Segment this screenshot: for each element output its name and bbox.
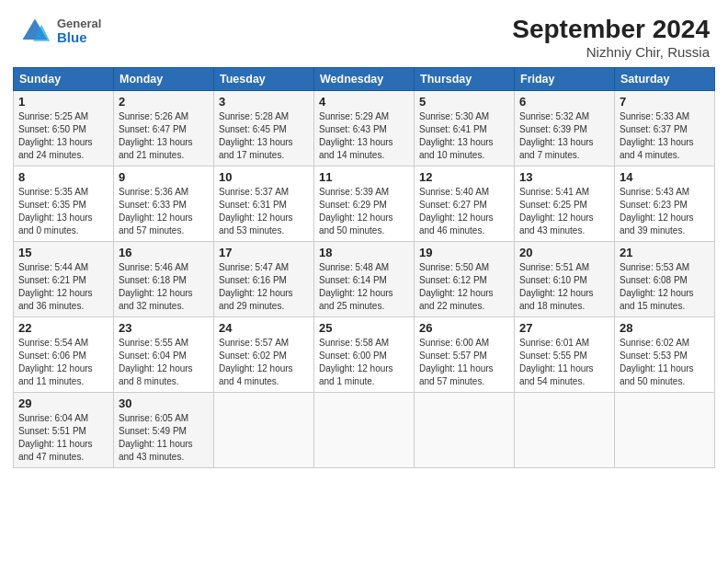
calendar-cell: 18 Sunrise: 5:48 AMSunset: 6:14 PMDaylig… [314,242,415,317]
day-info: Sunrise: 5:44 AMSunset: 6:21 PMDaylight:… [18,262,93,311]
day-info: Sunrise: 6:05 AMSunset: 5:49 PMDaylight:… [119,413,193,462]
calendar-cell: 13 Sunrise: 5:41 AMSunset: 6:25 PMDaylig… [515,167,615,242]
calendar-cell [214,393,314,468]
calendar-cell: 17 Sunrise: 5:47 AMSunset: 6:16 PMDaylig… [214,242,314,317]
day-number: 27 [519,321,609,335]
day-number: 4 [319,95,409,109]
day-number: 22 [18,321,108,335]
calendar-cell: 14 Sunrise: 5:43 AMSunset: 6:23 PMDaylig… [615,167,715,242]
day-info: Sunrise: 5:29 AMSunset: 6:43 PMDaylight:… [319,111,393,160]
calendar-cell [314,393,415,468]
calendar-cell: 11 Sunrise: 5:39 AMSunset: 6:29 PMDaylig… [314,167,415,242]
calendar-title: September 2024 [512,15,710,44]
calendar-cell: 6 Sunrise: 5:32 AMSunset: 6:39 PMDayligh… [515,91,615,167]
calendar-cell: 21 Sunrise: 5:53 AMSunset: 6:08 PMDaylig… [615,242,715,317]
day-number: 23 [119,321,209,335]
day-number: 11 [319,170,409,184]
calendar-cell: 3 Sunrise: 5:28 AMSunset: 6:45 PMDayligh… [214,91,314,167]
day-number: 29 [18,396,108,410]
day-info: Sunrise: 5:51 AMSunset: 6:10 PMDaylight:… [519,262,594,311]
day-info: Sunrise: 5:57 AMSunset: 6:02 PMDaylight:… [219,338,293,386]
day-number: 2 [119,95,209,109]
day-number: 12 [419,170,509,184]
day-number: 3 [219,95,309,109]
calendar-cell: 15 Sunrise: 5:44 AMSunset: 6:21 PMDaylig… [14,242,114,317]
calendar-cell: 12 Sunrise: 5:40 AMSunset: 6:27 PMDaylig… [415,167,515,242]
calendar-cell: 16 Sunrise: 5:46 AMSunset: 6:18 PMDaylig… [114,242,214,317]
day-info: Sunrise: 6:00 AMSunset: 5:57 PMDaylight:… [419,338,494,386]
calendar-cell: 26 Sunrise: 6:00 AMSunset: 5:57 PMDaylig… [415,317,515,393]
weekday-header-friday: Friday [515,68,615,91]
day-number: 17 [219,246,309,259]
day-number: 24 [219,321,309,335]
day-info: Sunrise: 5:40 AMSunset: 6:27 PMDaylight:… [419,187,494,236]
day-info: Sunrise: 6:04 AMSunset: 5:51 PMDaylight:… [18,413,93,462]
header: General Blue September 2024 Nizhniy Chir… [0,0,728,67]
day-info: Sunrise: 6:02 AMSunset: 5:53 PMDaylight:… [620,338,694,386]
day-info: Sunrise: 5:37 AMSunset: 6:31 PMDaylight:… [219,187,293,236]
day-number: 14 [620,170,710,184]
page: General Blue September 2024 Nizhniy Chir… [0,0,728,563]
calendar-cell: 4 Sunrise: 5:29 AMSunset: 6:43 PMDayligh… [314,91,415,167]
calendar-cell: 8 Sunrise: 5:35 AMSunset: 6:35 PMDayligh… [14,167,114,242]
day-number: 9 [119,170,209,184]
day-info: Sunrise: 5:48 AMSunset: 6:14 PMDaylight:… [319,262,393,311]
calendar-table: SundayMondayTuesdayWednesdayThursdayFrid… [13,67,715,468]
calendar-cell: 5 Sunrise: 5:30 AMSunset: 6:41 PMDayligh… [415,91,515,167]
weekday-header-tuesday: Tuesday [214,68,314,91]
day-info: Sunrise: 5:50 AMSunset: 6:12 PMDaylight:… [419,262,494,311]
day-info: Sunrise: 5:53 AMSunset: 6:08 PMDaylight:… [620,262,694,311]
weekday-header-wednesday: Wednesday [314,68,415,91]
calendar-cell: 1 Sunrise: 5:25 AMSunset: 6:50 PMDayligh… [14,91,114,167]
calendar-cell: 2 Sunrise: 5:26 AMSunset: 6:47 PMDayligh… [114,91,214,167]
calendar-cell: 20 Sunrise: 5:51 AMSunset: 6:10 PMDaylig… [515,242,615,317]
calendar-cell: 24 Sunrise: 5:57 AMSunset: 6:02 PMDaylig… [214,317,314,393]
day-info: Sunrise: 5:25 AMSunset: 6:50 PMDaylight:… [18,111,93,160]
calendar-cell: 29 Sunrise: 6:04 AMSunset: 5:51 PMDaylig… [14,393,114,468]
calendar-cell [415,393,515,468]
day-number: 28 [620,321,710,335]
calendar-cell: 22 Sunrise: 5:54 AMSunset: 6:06 PMDaylig… [14,317,114,393]
day-info: Sunrise: 5:39 AMSunset: 6:29 PMDaylight:… [319,187,393,236]
day-number: 7 [620,95,710,109]
day-info: Sunrise: 5:26 AMSunset: 6:47 PMDaylight:… [119,111,193,160]
calendar-subtitle: Nizhniy Chir, Russia [512,44,710,60]
calendar-cell: 9 Sunrise: 5:36 AMSunset: 6:33 PMDayligh… [114,167,214,242]
day-info: Sunrise: 6:01 AMSunset: 5:55 PMDaylight:… [519,338,594,386]
logo-icon [18,15,51,48]
day-number: 25 [319,321,409,335]
day-info: Sunrise: 5:54 AMSunset: 6:06 PMDaylight:… [18,338,93,386]
day-info: Sunrise: 5:35 AMSunset: 6:35 PMDaylight:… [18,187,93,236]
day-number: 5 [419,95,509,109]
calendar-cell: 23 Sunrise: 5:55 AMSunset: 6:04 PMDaylig… [114,317,214,393]
weekday-header-saturday: Saturday [615,68,715,91]
day-number: 10 [219,170,309,184]
day-number: 1 [18,95,108,109]
logo-text: General Blue [57,17,101,46]
day-number: 13 [519,170,609,184]
day-number: 16 [119,246,209,259]
calendar-cell: 19 Sunrise: 5:50 AMSunset: 6:12 PMDaylig… [415,242,515,317]
calendar-cell: 25 Sunrise: 5:58 AMSunset: 6:00 PMDaylig… [314,317,415,393]
calendar-cell: 30 Sunrise: 6:05 AMSunset: 5:49 PMDaylig… [114,393,214,468]
day-number: 18 [319,246,409,259]
calendar-cell: 27 Sunrise: 6:01 AMSunset: 5:55 PMDaylig… [515,317,615,393]
calendar-cell: 7 Sunrise: 5:33 AMSunset: 6:37 PMDayligh… [615,91,715,167]
day-number: 30 [119,396,209,410]
title-block: September 2024 Nizhniy Chir, Russia [512,15,710,60]
day-info: Sunrise: 5:46 AMSunset: 6:18 PMDaylight:… [119,262,193,311]
calendar-cell: 28 Sunrise: 6:02 AMSunset: 5:53 PMDaylig… [615,317,715,393]
day-info: Sunrise: 5:33 AMSunset: 6:37 PMDaylight:… [620,111,694,160]
day-info: Sunrise: 5:55 AMSunset: 6:04 PMDaylight:… [119,338,193,386]
calendar-cell [615,393,715,468]
day-info: Sunrise: 5:58 AMSunset: 6:00 PMDaylight:… [319,338,393,386]
day-number: 8 [18,170,108,184]
day-info: Sunrise: 5:32 AMSunset: 6:39 PMDaylight:… [519,111,594,160]
logo-line1: General [57,17,101,30]
day-info: Sunrise: 5:41 AMSunset: 6:25 PMDaylight:… [519,187,594,236]
day-info: Sunrise: 5:36 AMSunset: 6:33 PMDaylight:… [119,187,193,236]
day-number: 15 [18,246,108,259]
weekday-header-monday: Monday [114,68,214,91]
day-number: 26 [419,321,509,335]
day-info: Sunrise: 5:30 AMSunset: 6:41 PMDaylight:… [419,111,494,160]
